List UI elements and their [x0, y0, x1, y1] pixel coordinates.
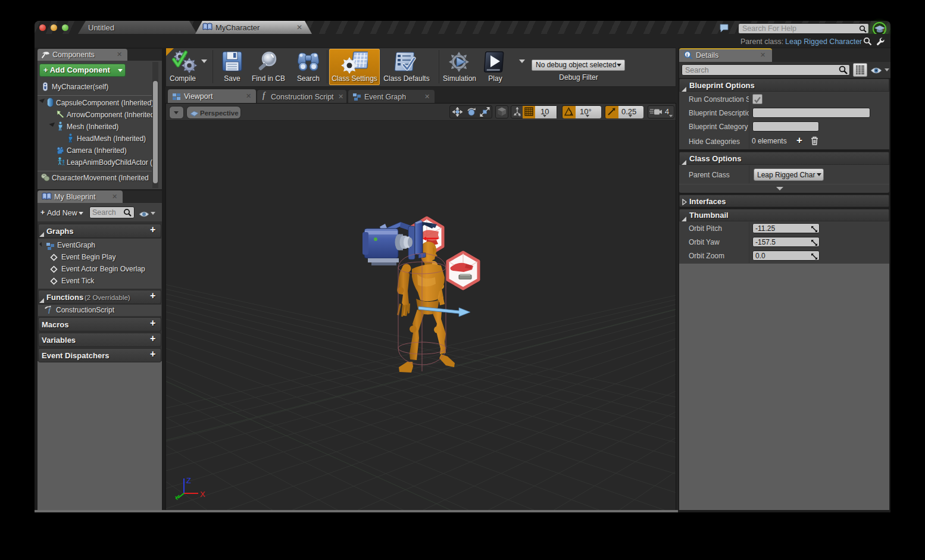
- svg-text:Z: Z: [186, 476, 191, 485]
- svg-text:f: f: [48, 306, 51, 314]
- svg-text:f: f: [262, 91, 266, 100]
- svg-text:X: X: [200, 490, 205, 499]
